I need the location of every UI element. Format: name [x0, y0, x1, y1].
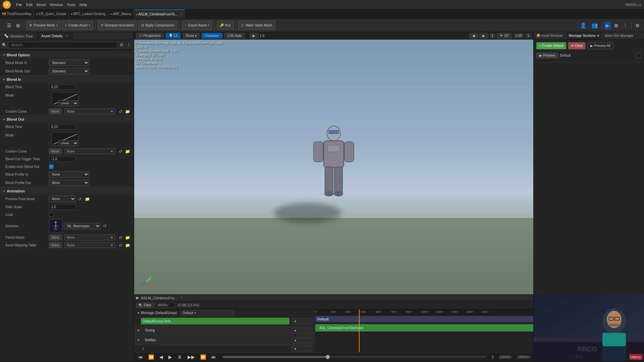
blend-out-trigger-input[interactable] — [49, 156, 76, 162]
tab-asset-details[interactable]: Asset Details ✕ — [37, 32, 72, 40]
montage-section-dropdown[interactable]: Default ▾ — [180, 310, 234, 316]
make-static-mesh-button[interactable]: ⬡ Make Static Mesh — [238, 21, 275, 30]
clear-btn[interactable]: ✕ Clear — [568, 42, 585, 49]
pb-prev-btn[interactable]: ⏪ — [147, 354, 155, 360]
skeleton-select[interactable]: SK_Mannequin — [64, 223, 101, 229]
timeline-tab-close[interactable]: ✕ — [180, 296, 183, 300]
toolbar-right-icon-1[interactable]: 👤 — [578, 21, 588, 29]
pb-play-btn[interactable]: ▶ — [167, 354, 173, 360]
play-mode-btn[interactable]: ▶ — [604, 22, 611, 29]
menu-tools[interactable]: Tools — [67, 3, 75, 7]
panel-options-btn[interactable]: ⋮ — [126, 42, 132, 48]
doc-tab-4[interactable]: ● ABP_Manny — [108, 9, 134, 18]
montage-sections-close[interactable]: ✕ — [597, 34, 599, 38]
doc-tab-3[interactable]: ● BPC_LadderClimbing — [69, 9, 108, 18]
toolbar-right-icon-3[interactable]: ⊞ — [612, 22, 620, 29]
doc-tab-2[interactable]: ● CR_Quinn_Simple — [34, 9, 69, 18]
blend-in-browse-btn[interactable]: 📁 — [124, 109, 131, 114]
preview-pose-refresh-btn[interactable]: ↺ — [77, 196, 83, 202]
toolbar-right-icon-2[interactable]: 👥 — [590, 21, 600, 29]
blend-out-mode-select[interactable]: Linear — [58, 140, 78, 146]
blend-in-mode-select[interactable]: Linear — [58, 100, 78, 106]
pb-pause-btn[interactable]: ⏸ — [176, 354, 183, 360]
track-dropdown[interactable]: ▾ — [292, 318, 312, 324]
toolbar-more-btn[interactable]: ⋮ — [621, 22, 629, 29]
blend-out-none-btn[interactable]: None — [49, 148, 62, 154]
asset-mapping-none-btn[interactable]: None — [49, 242, 62, 248]
preview-btn[interactable]: ▶ Preview — [536, 53, 558, 58]
asset-details-close[interactable]: ✕ — [65, 34, 68, 38]
preview-checkbox[interactable] — [637, 53, 641, 58]
timeline-scrubber[interactable] — [223, 356, 486, 358]
parent-asset-refresh-btn[interactable]: ↺ — [118, 235, 123, 240]
skeleton-reset-btn[interactable]: ↺ — [102, 223, 107, 229]
doc-tab-5[interactable]: ● ASLM_ClimbIntoFromTo... ✕ — [134, 9, 185, 18]
menu-file[interactable]: File — [16, 3, 22, 7]
blend-out-time-input[interactable] — [49, 124, 76, 130]
parent-asset-browse-btn[interactable]: 📁 — [124, 235, 131, 240]
preview-pose-select[interactable]: None — [49, 196, 76, 202]
timing-header[interactable]: ▼ Timing ▾ — [134, 326, 315, 336]
timeline-filter-btn[interactable]: 🔍 Filter — [136, 302, 154, 308]
settings-btn[interactable]: ⚙ — [634, 22, 641, 29]
animation-green-track[interactable]: ASL_ClimbIntoFromTopFixed — [315, 324, 533, 331]
blend-profile-in-select[interactable]: None — [49, 171, 89, 178]
blend-in-custom-dropdown[interactable]: None ▾ — [64, 109, 115, 114]
rp-tab-montage-sections[interactable]: Montage Sections ✕ — [566, 32, 602, 39]
rate-scale-input[interactable] — [49, 204, 76, 210]
preview-mesh-button[interactable]: 👁 Preview Mesh ▾ — [26, 21, 61, 30]
menu-edit[interactable]: Edit — [26, 3, 33, 7]
export-asset-button[interactable]: ↑ Export Asset ▾ — [182, 21, 212, 30]
menu-window[interactable]: Window — [50, 3, 63, 7]
rp-tab-asset-browser[interactable]: 📦 Asset Browser — [534, 32, 566, 39]
playhead[interactable] — [359, 309, 360, 352]
menu-help[interactable]: Help — [79, 3, 87, 7]
blend-out-refresh-btn[interactable]: ↺ — [118, 149, 123, 154]
blend-in-none-btn[interactable]: None — [49, 109, 62, 114]
pb-start-btn[interactable]: ⏮ — [137, 354, 144, 360]
fov-btn[interactable]: 👁 10° — [497, 33, 512, 39]
asset-mapping-browse-btn[interactable]: 📁 — [124, 243, 131, 248]
pb-back-frame-btn[interactable]: ◀ — [158, 354, 164, 360]
notifies-header[interactable]: ▼ Notifies ▾ — [134, 336, 315, 345]
menu-asset[interactable]: Asset — [37, 3, 46, 7]
create-asset-button[interactable]: + Create Asset ▾ — [62, 21, 93, 30]
blend-out-header[interactable]: ▼ Blend Out — [0, 116, 134, 123]
key-button[interactable]: 🔑 Key — [217, 21, 234, 30]
create-default-btn[interactable]: + Create Default — [536, 42, 566, 49]
blend-in-refresh-btn[interactable]: ↺ — [118, 109, 123, 114]
blend-mode-out-select[interactable]: Standard — [49, 68, 89, 74]
lod-auto-btn[interactable]: LOD Auto — [224, 33, 245, 39]
blend-out-browse-btn[interactable]: 📁 — [124, 149, 131, 154]
pb-next-frame-btn[interactable]: ▶▶ — [186, 354, 196, 360]
reimport-animation-button[interactable]: ↺ Reimport Animation — [98, 21, 137, 30]
blend-in-time-input[interactable] — [49, 84, 76, 90]
panel-settings-btn[interactable]: ⚙ — [119, 42, 124, 48]
show-btn[interactable]: Show ▾ — [182, 33, 200, 39]
preview-all-btn[interactable]: ▶ Preview All — [587, 42, 613, 49]
search-input[interactable] — [8, 42, 117, 48]
blend-mode-in-select[interactable]: Standard — [49, 60, 89, 66]
preview-pose-browse-btn[interactable]: 📁 — [84, 196, 91, 202]
viewport-area[interactable]: Previewing Montage: ASLM_ClimbIntoFromTo… — [134, 40, 533, 294]
play-btn[interactable]: ▶ — [250, 33, 258, 39]
character-btn[interactable]: Character — [202, 33, 222, 39]
blend-profile-out-select[interactable]: None — [49, 180, 89, 186]
asset-mapping-dropdown[interactable]: None ▾ — [64, 242, 115, 248]
asset-mapping-refresh-btn[interactable]: ↺ — [118, 243, 123, 248]
rp-tab-anim-slot[interactable]: Anim Slot Manager — [602, 32, 637, 39]
doc-tab-1[interactable]: 🗺 ThirdPersonMap — [0, 9, 34, 18]
timeline-tab-label[interactable]: ASLM_ClimbIntoFro... — [141, 296, 177, 300]
blend-out-custom-dropdown[interactable]: None ▾ — [64, 148, 115, 154]
lod-dec-btn[interactable]: ◀ — [469, 33, 478, 39]
notifies-dropdown[interactable]: ▾ — [292, 338, 312, 343]
timing-dropdown[interactable]: ▾ — [292, 328, 312, 334]
tool-icon-2[interactable]: ⊞ — [14, 22, 22, 29]
parent-asset-none-btn[interactable]: None — [49, 235, 62, 240]
pb-end-btn[interactable]: ⏭ — [210, 354, 217, 360]
enable-auto-blend-checkbox[interactable]: ✓ — [49, 164, 54, 169]
notifies-track-dropdown[interactable]: ▾ — [292, 346, 312, 352]
blend-option-header[interactable]: ▼ Blend Option — [0, 51, 134, 59]
tool-icon-1[interactable]: ☰ — [5, 22, 13, 29]
lit-btn[interactable]: 💡 Lit — [166, 33, 180, 39]
